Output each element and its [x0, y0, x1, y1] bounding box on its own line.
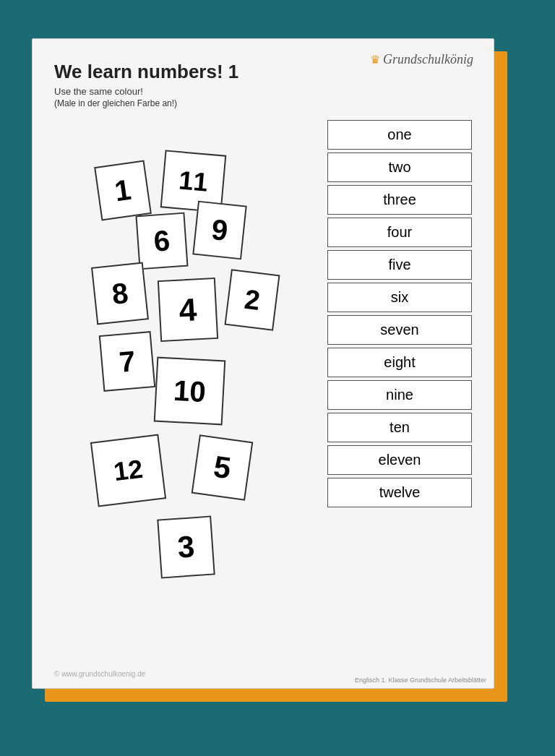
number-card: 1 [94, 160, 152, 220]
number-card: 8 [91, 262, 149, 325]
number-card: 3 [157, 515, 215, 578]
subtitle-de: (Male in der gleichen Farbe an!) [54, 98, 472, 108]
words-area: onetwothreefourfivesixseveneightninetene… [327, 120, 472, 611]
word-box: two [327, 153, 472, 182]
content-area: 111698427101253 onetwothreefourfivesixse… [54, 120, 472, 611]
number-card: 2 [225, 269, 280, 331]
number-card: 7 [99, 331, 156, 392]
number-card: 12 [90, 434, 166, 507]
word-box: three [327, 185, 472, 215]
word-box: twelve [327, 478, 472, 507]
crown-icon: ♛ [370, 53, 380, 66]
word-box: four [327, 218, 472, 247]
number-card: 4 [158, 278, 218, 342]
outer-container: ♛ Grundschulkönig We learn numbers! 1 Us… [32, 38, 523, 718]
worksheet: ♛ Grundschulkönig We learn numbers! 1 Us… [32, 38, 494, 689]
word-box: five [327, 250, 472, 280]
word-box: eleven [327, 445, 472, 475]
word-box: nine [327, 380, 472, 410]
title-section: We learn numbers! 1 Use the same colour!… [54, 61, 472, 108]
number-card: 5 [192, 434, 254, 501]
footer-text: © www.grundschulkoenig.de [54, 670, 145, 678]
brand-name: Grundschulkönig [383, 52, 473, 67]
word-box: one [327, 120, 472, 150]
subtitle: Use the same colour! [54, 86, 472, 97]
numbers-area: 111698427101253 [54, 120, 313, 611]
number-card: 10 [154, 357, 226, 426]
word-box: seven [327, 315, 472, 345]
word-box: six [327, 283, 472, 312]
bottom-label: Englisch 1. Klasse Grundschule Arbeitsbl… [355, 676, 486, 684]
word-box: ten [327, 413, 472, 442]
word-box: eight [327, 348, 472, 377]
number-card: 9 [192, 201, 246, 260]
number-card: 6 [135, 212, 188, 270]
brand-logo: ♛ Grundschulkönig [370, 52, 473, 67]
